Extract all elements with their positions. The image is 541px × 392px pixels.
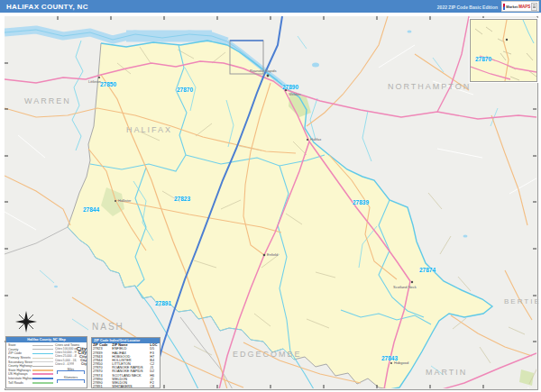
table-row: 27823ENFIELDD5: [92, 347, 160, 351]
legend-road-list: State County ZIP Code Primary Streets Se…: [8, 343, 53, 385]
logo-address-block: [531, 3, 537, 11]
inset-map-graphic: [471, 20, 536, 81]
edition-label: 2022 ZIP Code Basic Edition: [437, 5, 498, 10]
logo-text-maps: MAPS: [518, 5, 530, 9]
legend-row-toll: Toll Roads: [8, 380, 53, 385]
marketmaps-logo: Market MAPS: [501, 1, 539, 12]
logo-text-market: Market: [506, 5, 518, 9]
table-row: 27891WHITAKERSC8: [92, 385, 160, 388]
header-bar: HALIFAX COUNTY, NC 2022 ZIP Code Basic E…: [0, 0, 541, 13]
scalebar-kilometers: Kilometers: [55, 376, 87, 383]
logo-icon: [503, 4, 505, 10]
inset-map-roanoke-rapids: 27870: [470, 19, 537, 82]
county-map-graphic: [5, 16, 536, 388]
map-page: HALIFAX COUNTY, NC 2022 ZIP Code Basic E…: [0, 0, 541, 392]
map-legend: Halifax County, NC Map State County ZIP …: [5, 336, 87, 388]
legend-city-0: Cities 0 - 4,999City: [55, 362, 87, 366]
legend-city-list: Cities and Towns Cities 100,000 and Abov…: [55, 343, 87, 383]
zip-code-index-table: ZIP Code Index/Grid Locator ZIP Code ZIP…: [91, 337, 160, 388]
table-row: 27870ROANOKE RAPIDSD2: [92, 369, 160, 373]
page-title: HALIFAX COUNTY, NC: [6, 3, 88, 11]
scalebar-miles: Miles: [55, 368, 87, 375]
